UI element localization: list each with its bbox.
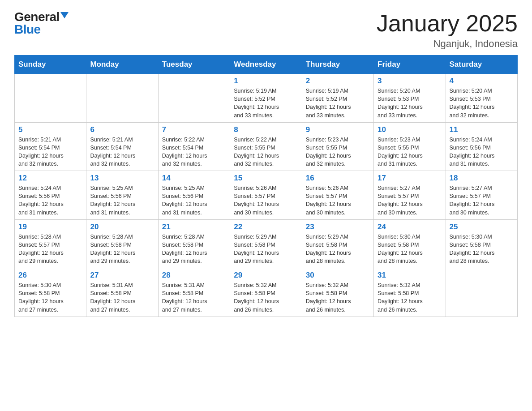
day-info: Sunrise: 5:23 AM Sunset: 5:55 PM Dayligh… (378, 136, 442, 168)
logo: General Blue (14, 11, 69, 36)
day-info: Sunrise: 5:32 AM Sunset: 5:58 PM Dayligh… (378, 281, 442, 314)
table-row: 1Sunrise: 5:19 AM Sunset: 5:52 PM Daylig… (230, 74, 302, 123)
table-row: 3Sunrise: 5:20 AM Sunset: 5:53 PM Daylig… (374, 74, 446, 123)
table-row: 28Sunrise: 5:31 AM Sunset: 5:58 PM Dayli… (158, 268, 230, 317)
week-row-2: 5Sunrise: 5:21 AM Sunset: 5:54 PM Daylig… (15, 122, 518, 171)
day-number: 19 (18, 223, 82, 231)
day-info: Sunrise: 5:21 AM Sunset: 5:54 PM Dayligh… (18, 136, 82, 168)
day-number: 1 (234, 77, 298, 86)
calendar-body: 1Sunrise: 5:19 AM Sunset: 5:52 PM Daylig… (15, 74, 518, 317)
day-number: 4 (450, 77, 514, 86)
table-row: 13Sunrise: 5:25 AM Sunset: 5:56 PM Dayli… (86, 171, 158, 220)
day-info: Sunrise: 5:29 AM Sunset: 5:58 PM Dayligh… (306, 233, 370, 265)
table-row: 6Sunrise: 5:21 AM Sunset: 5:54 PM Daylig… (86, 122, 158, 171)
day-info: Sunrise: 5:30 AM Sunset: 5:58 PM Dayligh… (450, 233, 514, 265)
day-info: Sunrise: 5:30 AM Sunset: 5:58 PM Dayligh… (378, 233, 442, 265)
day-info: Sunrise: 5:24 AM Sunset: 5:56 PM Dayligh… (450, 136, 514, 168)
day-info: Sunrise: 5:28 AM Sunset: 5:58 PM Dayligh… (90, 233, 154, 265)
table-row (86, 74, 158, 123)
weekday-header-row: SundayMondayTuesdayWednesdayThursdayFrid… (15, 56, 518, 74)
day-info: Sunrise: 5:31 AM Sunset: 5:58 PM Dayligh… (90, 281, 154, 314)
calendar-header: SundayMondayTuesdayWednesdayThursdayFrid… (15, 56, 518, 74)
weekday-header-friday: Friday (374, 56, 446, 74)
day-number: 16 (306, 174, 370, 183)
day-info: Sunrise: 5:27 AM Sunset: 5:57 PM Dayligh… (450, 184, 514, 217)
day-number: 22 (234, 223, 298, 231)
day-info: Sunrise: 5:25 AM Sunset: 5:56 PM Dayligh… (90, 184, 154, 217)
table-row (158, 74, 230, 123)
week-row-5: 26Sunrise: 5:30 AM Sunset: 5:58 PM Dayli… (15, 268, 518, 317)
weekday-header-sunday: Sunday (15, 56, 86, 74)
day-info: Sunrise: 5:29 AM Sunset: 5:58 PM Dayligh… (234, 233, 298, 265)
day-number: 28 (162, 271, 226, 280)
table-row: 21Sunrise: 5:28 AM Sunset: 5:58 PM Dayli… (158, 219, 230, 268)
day-number: 11 (450, 125, 514, 134)
day-info: Sunrise: 5:25 AM Sunset: 5:56 PM Dayligh… (162, 184, 226, 217)
weekday-header-tuesday: Tuesday (158, 56, 230, 74)
table-row: 29Sunrise: 5:32 AM Sunset: 5:58 PM Dayli… (230, 268, 302, 317)
calendar-table: SundayMondayTuesdayWednesdayThursdayFrid… (14, 55, 518, 317)
table-row: 2Sunrise: 5:19 AM Sunset: 5:52 PM Daylig… (302, 74, 373, 123)
day-number: 8 (234, 125, 298, 134)
logo-triangle-icon (60, 12, 69, 18)
day-info: Sunrise: 5:32 AM Sunset: 5:58 PM Dayligh… (306, 281, 370, 314)
day-number: 13 (90, 174, 154, 183)
day-number: 30 (306, 271, 370, 280)
day-number: 2 (306, 77, 370, 86)
day-info: Sunrise: 5:30 AM Sunset: 5:58 PM Dayligh… (18, 281, 82, 314)
day-number: 6 (90, 125, 154, 134)
day-number: 20 (90, 223, 154, 231)
page-title: January 2025 (377, 11, 518, 36)
day-number: 21 (162, 223, 226, 231)
table-row: 20Sunrise: 5:28 AM Sunset: 5:58 PM Dayli… (86, 219, 158, 268)
table-row: 19Sunrise: 5:28 AM Sunset: 5:57 PM Dayli… (15, 219, 86, 268)
table-row: 31Sunrise: 5:32 AM Sunset: 5:58 PM Dayli… (374, 268, 446, 317)
table-row: 8Sunrise: 5:22 AM Sunset: 5:55 PM Daylig… (230, 122, 302, 171)
day-info: Sunrise: 5:28 AM Sunset: 5:57 PM Dayligh… (18, 233, 82, 265)
day-number: 10 (378, 125, 442, 134)
table-row: 4Sunrise: 5:20 AM Sunset: 5:53 PM Daylig… (446, 74, 517, 123)
weekday-header-thursday: Thursday (302, 56, 373, 74)
day-number: 24 (378, 223, 442, 231)
weekday-header-monday: Monday (86, 56, 158, 74)
day-number: 31 (378, 271, 442, 280)
day-info: Sunrise: 5:27 AM Sunset: 5:57 PM Dayligh… (378, 184, 442, 217)
day-number: 15 (234, 174, 298, 183)
title-block: January 2025 Nganjuk, Indonesia (377, 11, 518, 50)
day-info: Sunrise: 5:19 AM Sunset: 5:52 PM Dayligh… (234, 87, 298, 120)
day-info: Sunrise: 5:21 AM Sunset: 5:54 PM Dayligh… (90, 136, 154, 168)
day-info: Sunrise: 5:26 AM Sunset: 5:57 PM Dayligh… (234, 184, 298, 217)
day-number: 18 (450, 174, 514, 183)
table-row (446, 268, 517, 317)
day-number: 5 (18, 125, 82, 134)
table-row: 18Sunrise: 5:27 AM Sunset: 5:57 PM Dayli… (446, 171, 517, 220)
table-row: 11Sunrise: 5:24 AM Sunset: 5:56 PM Dayli… (446, 122, 517, 171)
day-info: Sunrise: 5:20 AM Sunset: 5:53 PM Dayligh… (450, 87, 514, 120)
page-header: General Blue January 2025 Nganjuk, Indon… (14, 11, 518, 50)
week-row-1: 1Sunrise: 5:19 AM Sunset: 5:52 PM Daylig… (15, 74, 518, 123)
day-number: 12 (18, 174, 82, 183)
table-row: 22Sunrise: 5:29 AM Sunset: 5:58 PM Dayli… (230, 219, 302, 268)
day-number: 17 (378, 174, 442, 183)
logo-general-text: General (14, 11, 60, 23)
day-info: Sunrise: 5:26 AM Sunset: 5:57 PM Dayligh… (306, 184, 370, 217)
table-row: 15Sunrise: 5:26 AM Sunset: 5:57 PM Dayli… (230, 171, 302, 220)
day-number: 3 (378, 77, 442, 86)
table-row: 12Sunrise: 5:24 AM Sunset: 5:56 PM Dayli… (15, 171, 86, 220)
table-row: 16Sunrise: 5:26 AM Sunset: 5:57 PM Dayli… (302, 171, 373, 220)
day-info: Sunrise: 5:19 AM Sunset: 5:52 PM Dayligh… (306, 87, 370, 120)
day-number: 14 (162, 174, 226, 183)
weekday-header-wednesday: Wednesday (230, 56, 302, 74)
day-number: 23 (306, 223, 370, 231)
day-info: Sunrise: 5:22 AM Sunset: 5:54 PM Dayligh… (162, 136, 226, 168)
day-number: 26 (18, 271, 82, 280)
day-info: Sunrise: 5:20 AM Sunset: 5:53 PM Dayligh… (378, 87, 442, 120)
table-row: 25Sunrise: 5:30 AM Sunset: 5:58 PM Dayli… (446, 219, 517, 268)
day-info: Sunrise: 5:32 AM Sunset: 5:58 PM Dayligh… (234, 281, 298, 314)
logo-blue-text: Blue (14, 22, 41, 36)
table-row: 14Sunrise: 5:25 AM Sunset: 5:56 PM Dayli… (158, 171, 230, 220)
table-row: 27Sunrise: 5:31 AM Sunset: 5:58 PM Dayli… (86, 268, 158, 317)
day-info: Sunrise: 5:31 AM Sunset: 5:58 PM Dayligh… (162, 281, 226, 314)
day-info: Sunrise: 5:23 AM Sunset: 5:55 PM Dayligh… (306, 136, 370, 168)
day-number: 9 (306, 125, 370, 134)
